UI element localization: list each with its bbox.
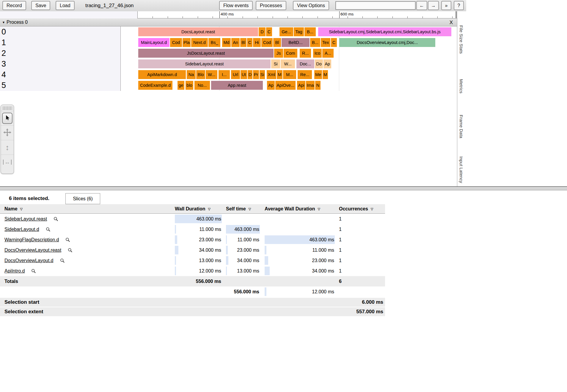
trace-slice[interactable]: SidebarLayout.reast	[138, 59, 271, 68]
trace-slice[interactable]: M	[277, 70, 282, 79]
trace-slice[interactable]: Com	[284, 49, 297, 58]
sort-icon[interactable]: ▽	[208, 207, 211, 211]
trace-slice[interactable]: I...	[219, 70, 230, 79]
slice-name-link[interactable]: SidebarLayout.d	[4, 227, 39, 232]
trace-slice[interactable]: Tag	[294, 27, 304, 36]
trace-slice[interactable]: Ico	[313, 49, 322, 58]
trace-slice[interactable]: DocsLayout.reast	[138, 27, 258, 36]
slice-name-link[interactable]: SidebarLayout.reast	[4, 216, 47, 222]
magnifier-icon[interactable]	[46, 227, 51, 232]
trace-slice[interactable]: Hi	[253, 38, 261, 47]
trace-slice[interactable]: Cod	[170, 38, 182, 47]
trace-slice[interactable]: DocsOverviewLayout.cmj,Doc...	[339, 38, 435, 47]
palette-grip-handle[interactable]	[2, 106, 12, 110]
trace-slice[interactable]: Ut	[241, 70, 247, 79]
magnifier-icon[interactable]	[31, 269, 36, 273]
trace-slice[interactable]: No...	[194, 81, 210, 90]
trace-slice[interactable]: Ge...	[279, 27, 293, 36]
more-button[interactable]: »	[441, 1, 451, 10]
trace-slice[interactable]: N	[315, 81, 321, 90]
trace-slice[interactable]: Xml	[267, 70, 276, 79]
trace-slice[interactable]: JsDocsLayout.reast	[138, 49, 274, 58]
trace-slice[interactable]: Re...	[298, 70, 312, 79]
pan-tool-button[interactable]	[1, 125, 14, 140]
close-icon[interactable]: X	[450, 18, 453, 26]
trace-slice[interactable]: Pr	[253, 70, 259, 79]
trace-slice[interactable]: MainLayout.d	[138, 38, 169, 47]
side-tab-metrics[interactable]: Metrics	[459, 79, 464, 93]
side-tab-frame-data[interactable]: Frame Data	[459, 115, 464, 138]
side-tab-input-latency[interactable]: Input Latency	[459, 156, 464, 183]
trace-slice[interactable]: ApiOve...	[275, 81, 296, 90]
trace-slice[interactable]: An	[231, 38, 240, 47]
trace-slice[interactable]: Bs_	[208, 38, 220, 47]
magnifier-icon[interactable]	[65, 237, 70, 242]
trace-slice[interactable]: B...	[310, 38, 320, 47]
trace-slice[interactable]: ApiMarkdown.d	[138, 70, 186, 79]
selection-tool-button[interactable]	[1, 111, 14, 125]
trace-slice[interactable]: Na	[187, 70, 196, 79]
sort-icon[interactable]: ▽	[371, 207, 373, 211]
column-header-name[interactable]: Name▽	[4, 204, 23, 214]
slice-name-link[interactable]: ApiIntro.d	[4, 268, 25, 274]
trace-slice[interactable]: Api	[297, 81, 305, 90]
side-tab-file-size-stats[interactable]: File Size Stats	[459, 25, 464, 54]
trace-slice[interactable]: CodeExample.d	[138, 81, 172, 90]
slice-name-link[interactable]: DocsOverviewLayout.reast	[4, 248, 61, 253]
trace-slice[interactable]: SidebarLayout.cmj,SidebarLayout.cmi,Side…	[318, 27, 451, 36]
trace-slice[interactable]: W...	[281, 59, 295, 68]
trace-slice[interactable]: BeltD...	[282, 38, 310, 47]
trace-slice[interactable]: Tex	[321, 38, 330, 47]
trace-slice[interactable]: C	[247, 38, 252, 47]
sort-icon[interactable]: ▽	[20, 207, 23, 211]
trace-slice[interactable]: Blo	[196, 70, 205, 79]
trace-slice[interactable]: R...	[300, 49, 311, 58]
magnifier-icon[interactable]	[68, 248, 73, 253]
panel-splitter[interactable]	[0, 186, 567, 191]
find-previous-button[interactable]: ←	[416, 1, 427, 10]
search-input[interactable]	[335, 1, 416, 10]
trace-slice[interactable]: Url	[231, 70, 240, 79]
slice-name-link[interactable]: DocsOverviewLayout.d	[4, 258, 54, 263]
find-next-button[interactable]: →	[428, 1, 439, 10]
trace-slice[interactable]: D	[259, 27, 266, 36]
sort-icon[interactable]: ▽	[249, 207, 251, 211]
process-header[interactable]: ▾ Process 0 X	[0, 18, 457, 26]
timeline-ruler[interactable]: 400 ms600 ms	[137, 11, 457, 18]
tab-slices[interactable]: Slices (6)	[65, 193, 100, 204]
column-header-occurrences[interactable]: Occurrences▽	[339, 204, 384, 214]
magnifier-icon[interactable]	[60, 258, 65, 263]
column-header-average-wall-duration[interactable]: Average Wall Duration▽	[265, 204, 335, 214]
sort-icon[interactable]: ▽	[318, 207, 320, 211]
trace-slice[interactable]: Md	[222, 38, 231, 47]
timing-tool-button[interactable]: ↔	[1, 155, 14, 169]
trace-slice[interactable]: Bl	[240, 38, 246, 47]
trace-slice[interactable]: Me	[314, 70, 322, 79]
trace-slice[interactable]: M	[323, 70, 328, 79]
trace-slice[interactable]: Do	[315, 59, 323, 68]
load-button[interactable]: Load	[56, 1, 75, 10]
trace-slice[interactable]: C	[331, 38, 337, 47]
trace-slice[interactable]: M...	[283, 70, 296, 79]
view-options-button[interactable]: View Options	[293, 1, 329, 10]
collapse-triangle-icon[interactable]: ▾	[3, 20, 4, 24]
trace-slice[interactable]: App.reast	[211, 81, 263, 90]
trace-slice[interactable]: ge	[178, 81, 184, 90]
trace-slice[interactable]: Cod	[261, 38, 273, 47]
trace-slice[interactable]: Doc...	[296, 59, 314, 68]
trace-slice[interactable]: Si	[271, 59, 280, 68]
trace-slice[interactable]: blo	[186, 81, 193, 90]
magnifier-icon[interactable]	[54, 217, 58, 221]
timeline-tracks[interactable]: 0DocsLayout.reastDCGe...TagB...SidebarLa…	[0, 26, 457, 186]
trace-slice[interactable]: Ap	[323, 59, 331, 68]
flow-events-button[interactable]: Flow events	[219, 1, 253, 10]
trace-slice[interactable]: D	[248, 70, 252, 79]
zoom-tool-button[interactable]: ↕	[1, 140, 14, 155]
trace-slice[interactable]: C	[266, 27, 272, 36]
trace-slice[interactable]: W...	[206, 70, 217, 79]
trace-slice[interactable]: Pla	[183, 38, 191, 47]
processes-button[interactable]: Processes	[256, 1, 286, 10]
trace-slice[interactable]: Si	[260, 70, 265, 79]
trace-slice[interactable]: Next.d	[191, 38, 208, 47]
trace-slice[interactable]: Ima	[306, 81, 315, 90]
